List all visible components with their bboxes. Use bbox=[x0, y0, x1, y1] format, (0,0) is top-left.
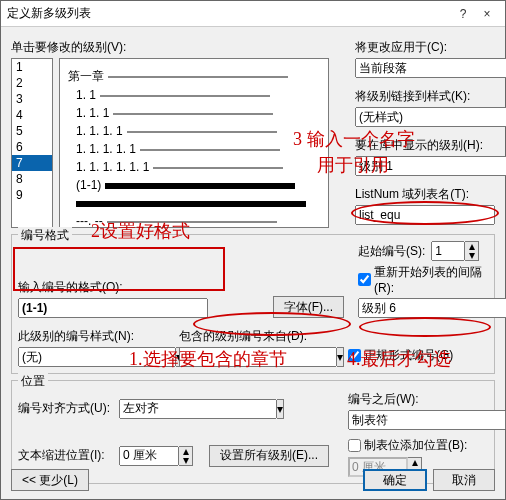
link-style-label: 将级别链接到样式(K): bbox=[355, 88, 495, 105]
level-6[interactable]: 6 bbox=[12, 139, 52, 155]
level-1[interactable]: 1 bbox=[12, 59, 52, 75]
format-input[interactable] bbox=[18, 298, 208, 318]
level-7[interactable]: 7 bbox=[12, 155, 52, 171]
gallery-select[interactable] bbox=[355, 156, 506, 176]
start-at-input[interactable] bbox=[431, 241, 465, 261]
apply-to-select[interactable] bbox=[355, 58, 506, 78]
cancel-button[interactable]: 取消 bbox=[433, 469, 495, 491]
indent-label: 文本缩进位置(I): bbox=[18, 447, 113, 464]
chevron-down-icon[interactable]: ▾ bbox=[277, 399, 284, 419]
less-button[interactable]: << 更少(L) bbox=[11, 469, 89, 491]
gallery-label: 要在库中显示的级别(H): bbox=[355, 137, 495, 154]
font-button[interactable]: 字体(F)... bbox=[273, 296, 344, 318]
apply-to-label: 将更改应用于(C): bbox=[355, 39, 495, 56]
link-style-select[interactable] bbox=[355, 107, 506, 127]
dialog-title: 定义新多级列表 bbox=[7, 5, 451, 22]
restart-select[interactable] bbox=[358, 298, 506, 318]
level-3[interactable]: 3 bbox=[12, 91, 52, 107]
close-icon[interactable]: × bbox=[475, 7, 499, 21]
listnum-label: ListNum 域列表名(T): bbox=[355, 186, 495, 203]
click-level-label: 单击要修改的级别(V): bbox=[11, 39, 341, 56]
restart-checkbox[interactable] bbox=[358, 273, 371, 286]
level-9[interactable]: 9 bbox=[12, 187, 52, 203]
level-8[interactable]: 8 bbox=[12, 171, 52, 187]
align-select[interactable] bbox=[119, 399, 277, 419]
help-icon[interactable]: ? bbox=[451, 7, 475, 21]
legal-checkbox[interactable] bbox=[348, 349, 361, 362]
level-4[interactable]: 4 bbox=[12, 107, 52, 123]
tabstop-checkbox[interactable] bbox=[348, 439, 361, 452]
include-from-select[interactable] bbox=[179, 347, 337, 367]
spinner-icon[interactable]: ▴▾ bbox=[179, 446, 193, 466]
spinner-icon[interactable]: ▴▾ bbox=[465, 241, 479, 261]
level-style-select[interactable] bbox=[18, 347, 176, 367]
titlebar: 定义新多级列表 ? × bbox=[1, 1, 505, 27]
level-2[interactable]: 2 bbox=[12, 75, 52, 91]
include-from-label: 包含的级别编号来自(D): bbox=[179, 328, 334, 345]
dialog: 定义新多级列表 ? × 单击要修改的级别(V): 1 2 3 4 5 6 7 8… bbox=[0, 0, 506, 500]
preview-pane: 第一章 1. 1 1. 1. 1 1. 1. 1. 1 1. 1. 1. 1. … bbox=[59, 58, 329, 228]
indent-input[interactable] bbox=[119, 446, 179, 466]
chevron-down-icon[interactable]: ▾ bbox=[337, 347, 344, 367]
level-list[interactable]: 1 2 3 4 5 6 7 8 9 bbox=[11, 58, 53, 228]
follow-label: 编号之后(W): bbox=[348, 391, 488, 408]
enter-format-label: 输入编号的格式(O): bbox=[18, 279, 267, 296]
listnum-input[interactable] bbox=[355, 205, 495, 225]
align-label: 编号对齐方式(U): bbox=[18, 400, 113, 417]
level-5[interactable]: 5 bbox=[12, 123, 52, 139]
ok-button[interactable]: 确定 bbox=[363, 469, 427, 491]
start-at-label: 起始编号(S): bbox=[358, 243, 425, 260]
follow-select[interactable] bbox=[348, 410, 506, 430]
set-all-button[interactable]: 设置所有级别(E)... bbox=[209, 445, 329, 467]
format-group: 编号格式 输入编号的格式(O): 字体(F)... 起始编号(S): ▴▾ 重新… bbox=[11, 234, 495, 374]
level-style-label: 此级别的编号样式(N): bbox=[18, 328, 173, 345]
